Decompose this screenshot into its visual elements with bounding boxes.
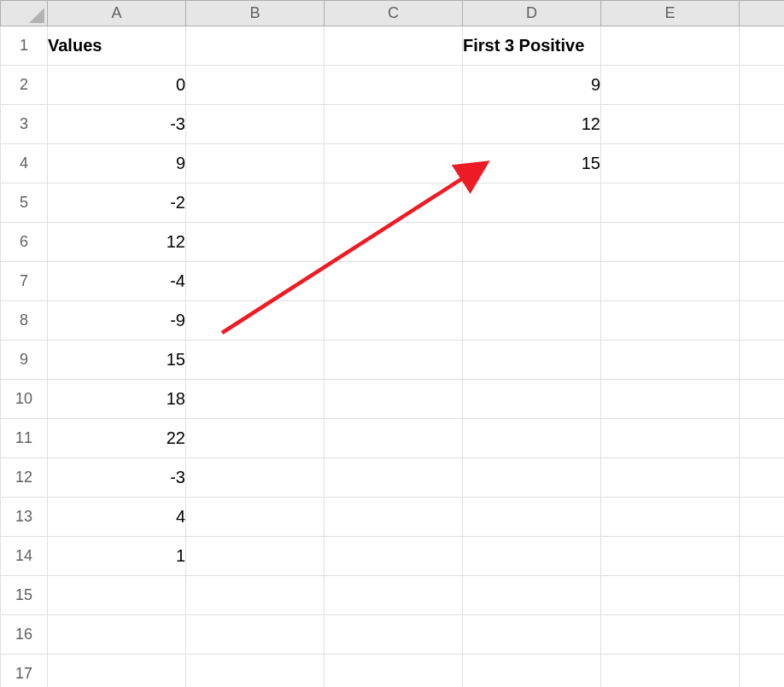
row-header-16[interactable]: 16 xyxy=(1,615,48,655)
col-header-D[interactable]: D xyxy=(463,1,601,26)
cell-A16[interactable] xyxy=(48,615,186,655)
cell-A4[interactable]: 9 xyxy=(48,144,186,183)
cell-F6[interactable] xyxy=(740,223,785,262)
spreadsheet-grid[interactable]: A B C D E 1 Values First 3 Positive 2 0 … xyxy=(0,0,784,687)
cell-C14[interactable] xyxy=(325,537,463,576)
cell-D6[interactable] xyxy=(463,223,601,262)
cell-C15[interactable] xyxy=(325,576,463,615)
row-header-8[interactable]: 8 xyxy=(1,301,48,341)
cell-B16[interactable] xyxy=(186,615,325,655)
cell-C2[interactable] xyxy=(325,66,463,105)
cell-C4[interactable] xyxy=(325,144,463,183)
row-header-1[interactable]: 1 xyxy=(1,26,48,66)
cell-A1[interactable]: Values xyxy=(48,26,186,66)
cell-F10[interactable] xyxy=(740,380,785,419)
row-header-3[interactable]: 3 xyxy=(1,105,48,144)
cell-F7[interactable] xyxy=(740,262,785,301)
col-header-partial[interactable] xyxy=(740,1,785,26)
col-header-E[interactable]: E xyxy=(601,1,740,26)
row-header-10[interactable]: 10 xyxy=(1,380,48,419)
cell-A7[interactable]: -4 xyxy=(48,262,186,301)
row-header-2[interactable]: 2 xyxy=(1,66,48,105)
cell-E8[interactable] xyxy=(601,301,740,341)
cell-E6[interactable] xyxy=(601,223,740,262)
cell-D14[interactable] xyxy=(463,537,601,576)
cell-B17[interactable] xyxy=(186,655,325,688)
col-header-A[interactable]: A xyxy=(48,1,186,26)
cell-A6[interactable]: 12 xyxy=(48,223,186,262)
cell-B3[interactable] xyxy=(186,105,325,144)
row-header-5[interactable]: 5 xyxy=(1,183,48,223)
cell-A14[interactable]: 1 xyxy=(48,537,186,576)
cell-F3[interactable] xyxy=(740,105,785,144)
cell-B1[interactable] xyxy=(186,26,325,66)
cell-C1[interactable] xyxy=(325,26,463,66)
cell-E9[interactable] xyxy=(601,341,740,380)
cell-A11[interactable]: 22 xyxy=(48,419,186,458)
cell-C13[interactable] xyxy=(325,498,463,537)
cell-D16[interactable] xyxy=(463,615,601,655)
col-header-B[interactable]: B xyxy=(186,1,325,26)
cell-C5[interactable] xyxy=(325,183,463,223)
cell-F9[interactable] xyxy=(740,341,785,380)
cell-E17[interactable] xyxy=(601,655,740,688)
cell-B7[interactable] xyxy=(186,262,325,301)
cell-F2[interactable] xyxy=(740,66,785,105)
cell-C10[interactable] xyxy=(325,380,463,419)
cell-D2[interactable]: 9 xyxy=(463,66,601,105)
cell-E12[interactable] xyxy=(601,458,740,498)
cell-C6[interactable] xyxy=(325,223,463,262)
cell-A8[interactable]: -9 xyxy=(48,301,186,341)
cell-E1[interactable] xyxy=(601,26,740,66)
cell-F5[interactable] xyxy=(740,183,785,223)
cell-A15[interactable] xyxy=(48,576,186,615)
cell-C17[interactable] xyxy=(325,655,463,688)
cell-C3[interactable] xyxy=(325,105,463,144)
cell-C7[interactable] xyxy=(325,262,463,301)
cell-B8[interactable] xyxy=(186,301,325,341)
select-all-corner[interactable] xyxy=(1,1,48,26)
cell-E2[interactable] xyxy=(601,66,740,105)
row-header-7[interactable]: 7 xyxy=(1,262,48,301)
cell-D7[interactable] xyxy=(463,262,601,301)
cell-E10[interactable] xyxy=(601,380,740,419)
cell-C16[interactable] xyxy=(325,615,463,655)
cell-B11[interactable] xyxy=(186,419,325,458)
cell-E3[interactable] xyxy=(601,105,740,144)
cell-D13[interactable] xyxy=(463,498,601,537)
cell-E15[interactable] xyxy=(601,576,740,615)
cell-C12[interactable] xyxy=(325,458,463,498)
row-header-15[interactable]: 15 xyxy=(1,576,48,615)
cell-B6[interactable] xyxy=(186,223,325,262)
cell-E13[interactable] xyxy=(601,498,740,537)
cell-F1[interactable] xyxy=(740,26,785,66)
cell-A5[interactable]: -2 xyxy=(48,183,186,223)
cell-B5[interactable] xyxy=(186,183,325,223)
row-header-11[interactable]: 11 xyxy=(1,419,48,458)
cell-A9[interactable]: 15 xyxy=(48,341,186,380)
cell-F8[interactable] xyxy=(740,301,785,341)
cell-D17[interactable] xyxy=(463,655,601,688)
cell-B10[interactable] xyxy=(186,380,325,419)
row-header-12[interactable]: 12 xyxy=(1,458,48,498)
cell-B4[interactable] xyxy=(186,144,325,183)
cell-D3[interactable]: 12 xyxy=(463,105,601,144)
cell-D4[interactable]: 15 xyxy=(463,144,601,183)
cell-C11[interactable] xyxy=(325,419,463,458)
cell-F12[interactable] xyxy=(740,458,785,498)
row-header-6[interactable]: 6 xyxy=(1,223,48,262)
row-header-17[interactable]: 17 xyxy=(1,655,48,688)
cell-E14[interactable] xyxy=(601,537,740,576)
cell-E5[interactable] xyxy=(601,183,740,223)
row-header-13[interactable]: 13 xyxy=(1,498,48,537)
cell-D10[interactable] xyxy=(463,380,601,419)
cell-A10[interactable]: 18 xyxy=(48,380,186,419)
cell-E11[interactable] xyxy=(601,419,740,458)
cell-B14[interactable] xyxy=(186,537,325,576)
row-header-9[interactable]: 9 xyxy=(1,341,48,380)
cell-A17[interactable] xyxy=(48,655,186,688)
cell-D5[interactable] xyxy=(463,183,601,223)
cell-F11[interactable] xyxy=(740,419,785,458)
cell-D1[interactable]: First 3 Positive xyxy=(463,26,601,66)
cell-C8[interactable] xyxy=(325,301,463,341)
